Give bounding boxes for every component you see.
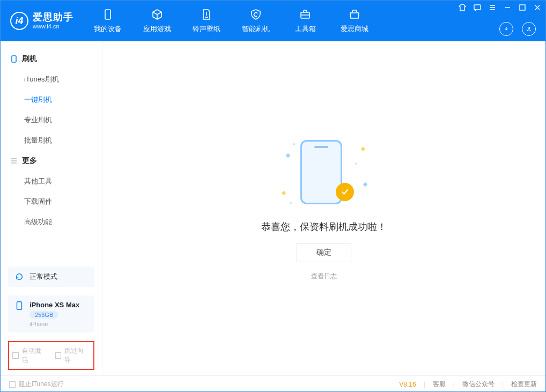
- sidebar-item-batch-flash[interactable]: 批量刷机: [1, 130, 102, 151]
- sidebar-item-itunes-flash[interactable]: iTunes刷机: [1, 69, 102, 90]
- view-log-link[interactable]: 查看日志: [311, 272, 337, 281]
- music-file-icon: [200, 8, 213, 21]
- checkbox-icon: [55, 352, 62, 359]
- logo: i4 爱思助手 www.i4.cn: [1, 1, 83, 41]
- check-badge-icon: [336, 183, 354, 201]
- checkbox-label: 自动激活: [22, 346, 48, 365]
- phone-icon: [14, 301, 24, 310]
- sidebar-item-download-firmware[interactable]: 下载固件: [1, 191, 102, 212]
- group-label: 更多: [22, 156, 37, 166]
- nav-label: 铃声壁纸: [193, 24, 220, 34]
- success-message: 恭喜您，保资料刷机成功啦！: [261, 220, 387, 233]
- svg-point-2: [528, 27, 530, 29]
- nav-label: 爱思商城: [341, 24, 368, 34]
- device-card[interactable]: iPhone XS Max 256GB iPhone: [8, 295, 94, 332]
- main-panel: 恭喜您，保资料刷机成功啦！ 确定 查看日志: [102, 41, 545, 375]
- version-label: V8.16: [399, 381, 416, 388]
- svg-rect-5: [12, 56, 16, 62]
- shield-refresh-icon: [249, 8, 262, 21]
- svg-rect-0: [105, 10, 110, 19]
- device-type: iPhone: [29, 321, 79, 327]
- nav-label: 应用游戏: [143, 24, 171, 34]
- download-button[interactable]: [499, 22, 513, 36]
- sidebar-item-advanced[interactable]: 高级功能: [1, 212, 102, 232]
- sidebar-group-more: 更多: [1, 151, 102, 171]
- customer-service-link[interactable]: 客服: [433, 380, 446, 389]
- store-icon: [348, 8, 361, 21]
- maximize-button[interactable]: [519, 4, 526, 11]
- skip-guide-checkbox[interactable]: 跳过向导: [55, 346, 91, 365]
- sidebar-item-pro-flash[interactable]: 专业刷机: [1, 110, 102, 130]
- mode-label: 正常模式: [29, 272, 57, 282]
- nav-store[interactable]: 爱思商城: [330, 1, 379, 41]
- group-label: 刷机: [22, 54, 37, 64]
- tshirt-icon[interactable]: [459, 4, 466, 11]
- app-header: i4 爱思助手 www.i4.cn 我的设备 应用游戏 铃声壁纸 智能刷机 工具…: [1, 1, 545, 41]
- feedback-icon[interactable]: [474, 4, 481, 11]
- app-url: www.i4.cn: [33, 23, 73, 29]
- sidebar: 刷机 iTunes刷机 一键刷机 专业刷机 批量刷机 更多 其他工具 下载固件 …: [1, 41, 102, 375]
- status-bar: 阻止iTunes运行 V8.16 | 客服 | 微信公众号 | 检查更新: [1, 375, 545, 392]
- nav-label: 智能刷机: [242, 24, 270, 34]
- ok-button[interactable]: 确定: [297, 243, 351, 262]
- nav-toolbox[interactable]: 工具箱: [281, 1, 330, 41]
- refresh-icon: [14, 272, 24, 282]
- nav-label: 工具箱: [295, 24, 316, 34]
- sidebar-item-other-tools[interactable]: 其他工具: [1, 171, 102, 191]
- block-itunes-checkbox[interactable]: 阻止iTunes运行: [9, 380, 64, 389]
- checkbox-icon: [12, 352, 19, 359]
- nav-flash[interactable]: 智能刷机: [231, 1, 281, 41]
- top-nav: 我的设备 应用游戏 铃声壁纸 智能刷机 工具箱 爱思商城: [83, 1, 379, 41]
- check-update-link[interactable]: 检查更新: [511, 380, 537, 389]
- mode-card[interactable]: 正常模式: [8, 267, 94, 287]
- checkbox-label: 跳过向导: [64, 346, 90, 365]
- svg-rect-6: [17, 302, 22, 309]
- header-actions: [499, 22, 536, 36]
- phone-outline-icon: [10, 55, 18, 63]
- close-button[interactable]: [534, 4, 541, 11]
- body: 刷机 iTunes刷机 一键刷机 专业刷机 批量刷机 更多 其他工具 下载固件 …: [1, 41, 545, 375]
- menu-icon[interactable]: [489, 4, 496, 11]
- nav-apps[interactable]: 应用游戏: [132, 1, 182, 41]
- logo-icon: i4: [10, 12, 28, 30]
- phone-icon: [101, 8, 114, 21]
- account-button[interactable]: [522, 22, 536, 36]
- list-icon: [10, 157, 18, 165]
- sidebar-group-flash: 刷机: [1, 49, 102, 69]
- device-storage: 256GB: [29, 311, 58, 319]
- auto-activate-checkbox[interactable]: 自动激活: [12, 346, 48, 365]
- nav-device[interactable]: 我的设备: [83, 1, 132, 41]
- device-name: iPhone XS Max: [29, 301, 79, 309]
- wechat-link[interactable]: 微信公众号: [462, 380, 495, 389]
- window-controls: [459, 4, 541, 11]
- checkbox-icon: [9, 381, 16, 388]
- minimize-button[interactable]: [504, 4, 511, 11]
- svg-rect-3: [474, 5, 481, 10]
- sidebar-item-oneclick-flash[interactable]: 一键刷机: [1, 90, 102, 110]
- checkbox-label: 阻止iTunes运行: [19, 380, 64, 389]
- cube-icon: [151, 8, 164, 21]
- briefcase-icon: [299, 8, 312, 21]
- success-illustration: [281, 136, 367, 211]
- nav-label: 我的设备: [94, 24, 122, 34]
- app-name: 爱思助手: [33, 12, 73, 23]
- nav-rings[interactable]: 铃声壁纸: [182, 1, 231, 41]
- highlighted-options: 自动激活 跳过向导: [8, 341, 94, 370]
- svg-rect-4: [520, 5, 525, 10]
